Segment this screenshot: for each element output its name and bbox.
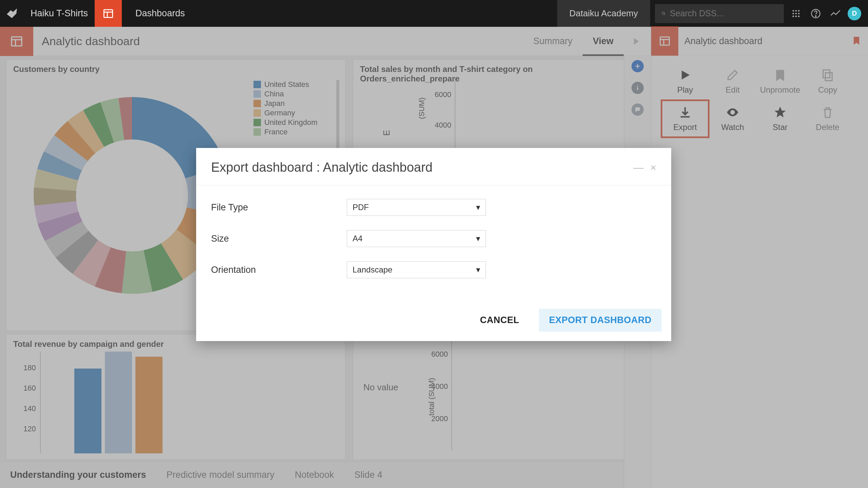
chevron-down-icon: ▾	[476, 234, 480, 243]
svg-point-13	[798, 15, 800, 17]
svg-point-10	[798, 13, 800, 14]
search-input[interactable]	[670, 8, 777, 18]
nav-dashboards[interactable]: Dashboards	[122, 0, 199, 27]
svg-point-6	[795, 10, 797, 12]
size-label: Size	[211, 233, 347, 244]
modal-title: Export dashboard : Analytic dashboard	[211, 160, 433, 175]
svg-point-11	[793, 15, 794, 17]
file-type-label: File Type	[211, 202, 347, 213]
dashboard-glyph-tab[interactable]	[95, 0, 122, 27]
chevron-down-icon: ▾	[476, 203, 480, 212]
svg-point-7	[798, 10, 800, 12]
minimize-icon[interactable]: —	[633, 162, 643, 173]
orientation-select[interactable]: Landscape▾	[347, 261, 486, 278]
search-box[interactable]	[655, 4, 784, 23]
top-navbar: Haiku T-Shirts Dashboards Dataiku Academ…	[0, 0, 868, 27]
file-type-select[interactable]: PDF▾	[347, 199, 486, 216]
svg-rect-0	[104, 10, 113, 17]
apps-grid-icon[interactable]	[789, 6, 804, 21]
chevron-down-icon: ▾	[476, 265, 480, 275]
orientation-label: Orientation	[211, 265, 347, 275]
svg-point-3	[662, 12, 665, 14]
dataiku-logo-icon[interactable]	[0, 0, 24, 27]
activity-icon[interactable]	[828, 6, 843, 21]
topbar-right: Dataiku Academy D	[557, 0, 868, 27]
svg-line-4	[664, 14, 665, 15]
close-icon[interactable]: ×	[650, 162, 656, 173]
user-avatar[interactable]: D	[848, 7, 861, 20]
modal-body: File Type PDF▾ Size A4▾ Orientation Land…	[196, 185, 671, 303]
form-row-orientation: Orientation Landscape▾	[211, 261, 656, 278]
cancel-button[interactable]: CANCEL	[470, 309, 529, 332]
search-icon	[662, 9, 666, 18]
svg-point-5	[793, 10, 794, 12]
modal-footer: CANCEL EXPORT DASHBOARD	[196, 303, 671, 341]
help-icon[interactable]	[808, 6, 823, 21]
academy-button[interactable]: Dataiku Academy	[557, 0, 650, 27]
export-modal: Export dashboard : Analytic dashboard — …	[196, 148, 671, 341]
svg-point-9	[795, 13, 797, 14]
form-row-size: Size A4▾	[211, 230, 656, 247]
export-dashboard-button[interactable]: EXPORT DASHBOARD	[539, 309, 662, 332]
topbar-left: Haiku T-Shirts Dashboards	[0, 0, 199, 27]
svg-point-8	[793, 13, 794, 14]
form-row-file-type: File Type PDF▾	[211, 199, 656, 216]
svg-point-15	[815, 16, 816, 17]
svg-point-12	[795, 15, 797, 17]
size-select[interactable]: A4▾	[347, 230, 486, 247]
modal-header: Export dashboard : Analytic dashboard — …	[196, 148, 671, 185]
project-name[interactable]: Haiku T-Shirts	[24, 8, 95, 19]
